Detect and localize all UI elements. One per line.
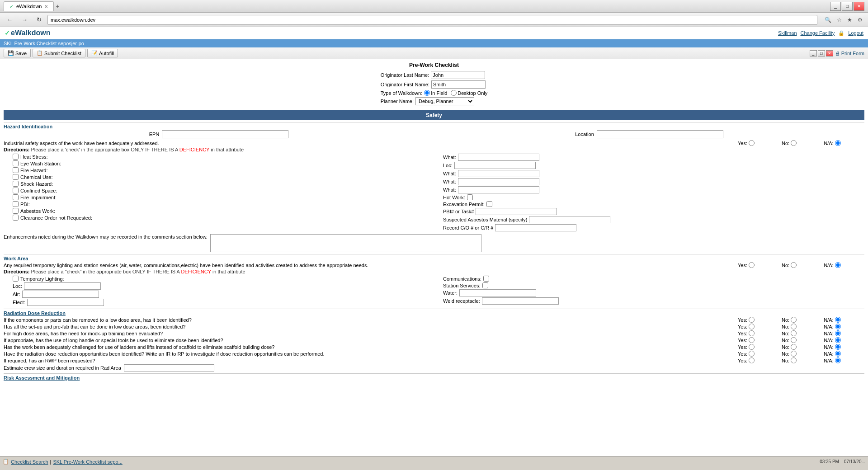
submit-checklist-button[interactable]: 📋 Submit Checklist <box>33 49 85 57</box>
yes-radio-r6[interactable] <box>749 351 755 357</box>
fire-impairment-checkbox[interactable] <box>13 194 19 200</box>
station-services-checkbox[interactable] <box>482 282 488 288</box>
na-radio-r2[interactable] <box>835 324 841 329</box>
close-window-button[interactable]: ✕ <box>854 2 864 11</box>
no-radio-r3[interactable] <box>791 330 797 336</box>
no-label-r7: No: <box>782 358 789 363</box>
autofill-button[interactable]: 📝 Autofill <box>87 49 118 57</box>
weld-receptacle-input[interactable] <box>482 297 559 305</box>
wa-loc-row: Loc: <box>4 282 434 290</box>
eye-wash-checkbox[interactable] <box>13 160 19 166</box>
tab-title: eWalkdown <box>16 4 42 9</box>
yes-radio-wa[interactable] <box>749 262 755 268</box>
enhancements-textarea[interactable] <box>210 234 481 252</box>
wa-elect-input[interactable] <box>27 299 104 306</box>
temp-lighting-checkbox[interactable] <box>13 276 19 282</box>
heat-stress-checkbox[interactable] <box>13 154 19 160</box>
shock-hazard-checkbox[interactable] <box>13 181 19 187</box>
risk-assessment-title: Risk Assessment and Mitigation <box>4 375 80 381</box>
yes-radio-r7[interactable] <box>749 357 755 363</box>
what-4-input[interactable] <box>458 186 539 193</box>
no-radio-wa[interactable] <box>791 262 797 268</box>
skillman-link[interactable]: Skillman <box>778 30 797 36</box>
location-input[interactable] <box>597 130 723 138</box>
na-radio-wa[interactable] <box>835 262 841 268</box>
excavation-permit-checkbox[interactable] <box>486 201 492 207</box>
loc-input[interactable] <box>454 162 536 169</box>
yes-radio-ind[interactable] <box>749 140 755 146</box>
no-label-r1: No: <box>782 317 789 323</box>
restore-button[interactable]: _ <box>830 2 841 11</box>
confined-space-checkbox[interactable] <box>13 188 19 193</box>
epn-input[interactable] <box>162 130 288 138</box>
wa-air-input[interactable] <box>22 291 99 298</box>
in-field-radio[interactable] <box>424 90 430 96</box>
record-co-input[interactable] <box>495 224 576 231</box>
planner-name-select[interactable]: Debug, Planner <box>415 97 474 105</box>
na-radio-ind[interactable] <box>835 140 841 146</box>
print-form-button[interactable]: 🖨 Print Form <box>835 51 864 56</box>
yes-radio-r4[interactable] <box>749 337 755 343</box>
search-icon[interactable]: 🔍 <box>823 16 833 24</box>
hot-work-checkbox[interactable] <box>467 194 473 200</box>
reload-button[interactable]: ↻ <box>33 14 45 25</box>
tab-close-icon[interactable]: ✕ <box>44 4 48 9</box>
what-1-input[interactable] <box>458 154 539 161</box>
clearance-checkbox[interactable] <box>13 215 19 221</box>
pbi-task-input[interactable] <box>476 208 557 215</box>
yes-radio-r3[interactable] <box>749 330 755 336</box>
change-facility-link[interactable]: Change Facility <box>801 30 835 36</box>
desktop-only-radio[interactable] <box>451 90 457 96</box>
no-radio-r6[interactable] <box>791 351 797 357</box>
bookmarks-icon[interactable]: ★ <box>845 16 854 24</box>
asbestos-checkbox[interactable] <box>13 208 19 214</box>
communications-checkbox[interactable] <box>483 276 489 282</box>
na-radio-r5[interactable] <box>835 344 841 350</box>
logout-link[interactable]: Logout <box>848 30 863 36</box>
na-radio-r3[interactable] <box>835 330 841 336</box>
tools-icon[interactable]: ⚙ <box>856 16 864 24</box>
maximize-button[interactable]: □ <box>842 2 853 11</box>
yes-radio-r1[interactable] <box>749 317 755 323</box>
fire-hazard-checkbox[interactable] <box>13 167 19 173</box>
no-label-r2: No: <box>782 324 789 329</box>
pbi-checkbox[interactable] <box>13 201 19 207</box>
bookmark-star-icon[interactable]: ☆ <box>835 16 844 24</box>
yes-radio-r5[interactable] <box>749 344 755 350</box>
chemical-use-checkbox[interactable] <box>13 174 19 180</box>
skl-pre-work-link[interactable]: SKL Pre-Work Checklist sepo... <box>53 459 122 465</box>
na-radio-r4[interactable] <box>835 337 841 343</box>
rdr-q8-input[interactable] <box>124 364 214 371</box>
na-radio-r1[interactable] <box>835 317 841 323</box>
minimize-ctrl[interactable]: _ <box>810 50 817 56</box>
browser-tab[interactable]: ✓ eWalkdown ✕ <box>4 1 54 11</box>
no-radio-r2[interactable] <box>791 324 797 329</box>
forward-button[interactable]: → <box>19 14 31 25</box>
originator-last-name-input[interactable] <box>431 71 485 79</box>
checklist-search-icon: 📋 <box>3 459 9 465</box>
no-radio-r1[interactable] <box>791 317 797 323</box>
what-2-input[interactable] <box>458 170 539 177</box>
na-label-r5: N/A: <box>824 344 833 350</box>
na-radio-r6[interactable] <box>835 351 841 357</box>
back-button[interactable]: ← <box>4 14 16 25</box>
address-bar[interactable] <box>47 15 817 25</box>
originator-first-name-input[interactable] <box>431 80 486 89</box>
no-radio-r5[interactable] <box>791 344 797 350</box>
water-input[interactable] <box>459 289 536 296</box>
na-radio-r7[interactable] <box>835 357 841 363</box>
no-radio-r4[interactable] <box>791 337 797 343</box>
wa-loc-input[interactable] <box>24 282 101 290</box>
suspected-asbestos-input[interactable] <box>529 216 610 223</box>
save-button[interactable]: 💾 Save <box>4 49 31 57</box>
header-links: Skillman Change Facility 🔒 Logout <box>778 30 863 36</box>
checklist-search-link[interactable]: Checklist Search <box>11 459 48 465</box>
new-tab-button[interactable]: + <box>56 3 59 10</box>
what-3-input[interactable] <box>458 178 539 185</box>
restore-ctrl[interactable]: □ <box>818 50 825 56</box>
no-radio-r7[interactable] <box>791 357 797 363</box>
yes-radio-r2[interactable] <box>749 324 755 329</box>
yes-label-r6: Yes: <box>738 351 747 357</box>
close-ctrl[interactable]: ✕ <box>826 50 833 56</box>
no-radio-ind[interactable] <box>791 140 797 146</box>
